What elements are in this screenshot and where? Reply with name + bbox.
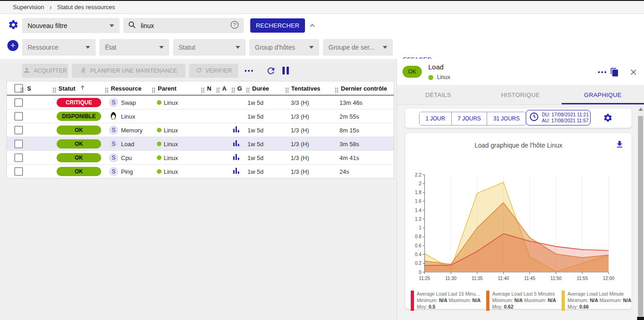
refresh-icon[interactable] [266,66,276,76]
drag-handle-icon[interactable] [152,88,153,89]
scrollbar-corner [637,317,644,320]
svg-text:0.4: 0.4 [415,252,421,257]
table-row[interactable]: OK S Memory Linux 1w 5d 1/3 (H) 8m 15s [7,123,394,137]
graph-icon[interactable] [233,140,240,148]
tab-history[interactable]: HISTORIQUE [479,85,562,104]
downtime-button[interactable]: PLANIFIER UNE MAINTENANCE [72,64,185,78]
filter-hostgroup-select[interactable]: Group d'hôtes [249,39,319,56]
table-row[interactable]: DISPONIBLE Linux 1w 5d 1/3 (H) 2m 55s [7,109,394,123]
table-header-row: S Statut Ressource Parent N A G Durée Te… [7,81,394,96]
host-up-dot-icon [157,100,161,105]
row-checkbox[interactable] [14,153,23,162]
tab-details[interactable]: DÉTAILS [397,85,479,104]
custom-period-picker[interactable]: DU: 17/08/2021 11:21 AU: 17/08/2021 11:5… [526,110,591,126]
tab-graph[interactable]: GRAPHIQUE [562,85,644,104]
panel-host-name[interactable]: Linux [437,74,450,80]
row-checkbox[interactable] [14,126,23,134]
acknowledge-label: ACQUITTER [34,68,67,74]
col-last-check[interactable]: Dernier contrôle [341,85,387,91]
range-31days-button[interactable]: 31 JOURS [487,112,525,125]
more-icon[interactable] [598,71,600,73]
last-check-value: 8m 15s [339,126,359,133]
legend-item[interactable]: Average Load Last Minute Minimum: N/A Ma… [562,291,632,311]
tries-value: 1/3 (H) [291,140,309,147]
drag-handle-icon[interactable] [232,88,233,89]
clock-icon [529,112,539,124]
scrollbar-thumb[interactable] [638,116,643,316]
col-action[interactable]: A [222,85,226,91]
row-checkbox[interactable] [14,167,23,176]
select-all-checkbox[interactable] [14,84,23,92]
table-row[interactable]: CRITIQUE S Swap Linux 1w 5d 3/3 (H) 13m … [7,96,394,109]
legend-swatch-orange [486,291,489,311]
resource-detail-panel: OK Load Linux DÉTAILS HISTORIQUE GRAPHIQ… [397,59,644,320]
graph-icon[interactable] [233,126,240,134]
drag-handle-icon[interactable] [217,88,218,89]
penguin-host-icon [110,111,117,121]
drag-handle-icon[interactable] [286,88,287,89]
sort-asc-icon[interactable] [80,85,86,92]
svg-text:11:30: 11:30 [445,276,457,281]
search-help-icon[interactable]: ? [230,20,239,31]
copy-icon[interactable] [610,68,619,77]
filter-servicegroup-select[interactable]: Groupe de ser... [323,39,393,56]
drag-handle-icon[interactable] [105,88,106,89]
add-criteria-button[interactable]: + [7,40,18,51]
resource-name: Memory [121,126,143,133]
download-icon[interactable] [615,140,624,151]
drag-handle-icon[interactable] [53,88,54,89]
row-checkbox[interactable] [14,98,23,107]
filter-resource-select[interactable]: Ressource [22,39,96,56]
legend-item[interactable]: Average Load Last 5 Minutes Minimum: N/A… [486,291,556,311]
acknowledge-button[interactable]: ACQUITTER [22,64,68,78]
filter-settings-gear-icon[interactable] [7,19,19,31]
col-graph[interactable]: G [237,85,242,91]
close-icon[interactable] [629,68,638,76]
breadcrumb-item-supervision[interactable]: Supervision [13,4,44,11]
filter-status-label: Statut [178,44,196,51]
load-area-chart[interactable]: 00.20.40.60.811.21.41.61.822.211:2511:30… [408,168,616,286]
col-status[interactable]: Statut [58,85,75,91]
svg-text:1.6: 1.6 [415,199,421,204]
row-checkbox[interactable] [14,139,23,148]
legend-swatch-red [411,291,414,311]
range-1day-button[interactable]: 1 JOUR [420,112,452,125]
resource-name: Ping [121,168,133,175]
row-checkbox[interactable] [14,112,23,120]
check-button[interactable]: VÉRIFIER [189,64,238,78]
search-button[interactable]: RECHERCHER [250,18,305,33]
col-notes[interactable]: N [207,85,211,91]
drag-handle-icon[interactable] [21,88,22,89]
graph-icon[interactable] [233,154,240,162]
legend-series-name: Average Load Last 15 Minu... [417,291,480,297]
chart-legend: Average Load Last 15 Minu... Minimum: N/… [411,291,629,311]
col-duration[interactable]: Durée [252,85,269,91]
range-7days-button[interactable]: 7 JOURS [452,112,488,125]
search-input[interactable] [140,22,226,30]
col-resource[interactable]: Ressource [111,85,141,91]
pause-icon[interactable] [282,67,290,74]
tries-value: 1/3 (H) [291,126,309,133]
filter-state-select[interactable]: État [99,39,169,56]
graph-icon[interactable] [233,167,240,176]
graph-card: Load graphique de l'hôte Linux 00.20.40.… [405,133,632,309]
more-actions-icon[interactable] [245,70,247,72]
drag-handle-icon[interactable] [335,88,336,89]
col-severity[interactable]: S [27,85,31,91]
saved-filter-select[interactable]: Nouveau filtre [22,18,120,33]
filter-status-select[interactable]: Statut [173,39,246,56]
table-row[interactable]: OK S Cpu Linux 1w 5d 1/3 (H) 4m 41s [7,151,394,165]
graph-settings-gear-icon[interactable] [603,113,613,123]
drag-handle-icon[interactable] [201,88,202,89]
scroll-up-icon[interactable] [638,108,643,111]
svg-text:11:50: 11:50 [551,276,562,281]
legend-item[interactable]: Average Load Last 15 Minu... Minimum: N/… [411,291,481,311]
col-parent[interactable]: Parent [158,85,176,91]
chevron-up-icon[interactable] [308,22,316,30]
table-row[interactable]: OK S Ping Linux 1w 5d 1/3 (H) 24s [7,165,394,178]
drag-handle-icon[interactable] [247,88,247,89]
table-row[interactable]: OK S Load Linux 1w 5d 1/3 (H) 3m 58s [7,137,394,151]
breadcrumb-item-resources[interactable]: Statut des ressources [57,4,115,11]
host-up-dot-icon [428,75,433,80]
col-tries[interactable]: Tentatives [291,85,320,91]
